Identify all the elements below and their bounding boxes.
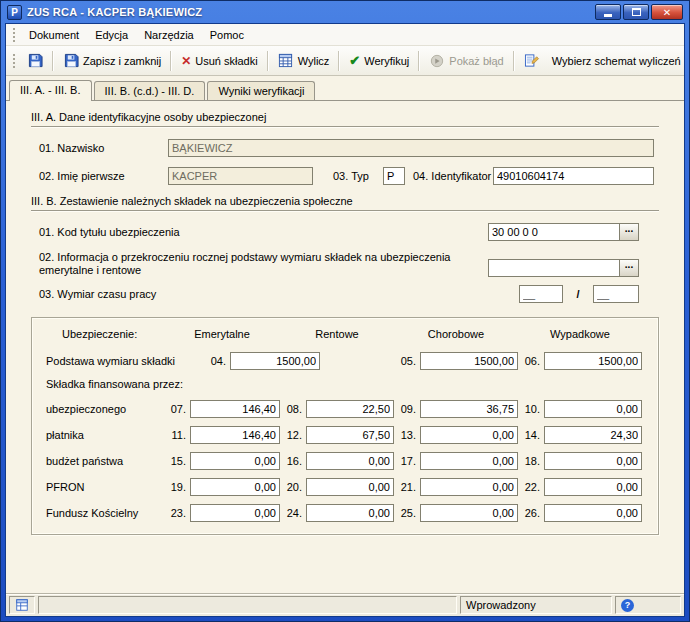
surname-field[interactable] xyxy=(168,139,654,157)
firstname-label: 02. Imię pierwsze xyxy=(31,170,168,182)
worktime-denominator-field[interactable] xyxy=(593,285,639,303)
table-row-platnika: płatnika 11. 12. 13. 14. xyxy=(46,426,644,444)
base-amount-row: Podstawa wymiaru składki 04. 05. 06. xyxy=(46,352,644,370)
tabstrip: III. A. - III. B. III. B. (c.d.) - III. … xyxy=(6,76,684,101)
minimize-icon xyxy=(604,14,612,17)
toolbar-separator xyxy=(418,51,420,71)
window-client-area: Dokument Edycja Narzędzia Pomoc Zapisz i… xyxy=(5,23,685,617)
field-number: 10. xyxy=(518,403,544,415)
menu-dokument[interactable]: Dokument xyxy=(21,26,87,44)
table-row-fundusz-koscielny: Fundusz Kościelny 23. 24. 25. 26. xyxy=(46,504,644,522)
field-08[interactable] xyxy=(306,400,394,418)
maximize-button[interactable] xyxy=(623,4,649,20)
field-04[interactable] xyxy=(230,352,320,370)
field-18[interactable] xyxy=(544,452,642,470)
window-title: ZUS RCA - KACPER BĄKIEWICZ xyxy=(27,6,202,18)
field-13[interactable] xyxy=(420,426,518,444)
worktime-numerator-field[interactable] xyxy=(519,285,563,303)
show-error-icon xyxy=(429,53,445,69)
field-number: 06. xyxy=(518,355,544,367)
identifier-label: 04. Identyfikator xyxy=(405,170,493,182)
field-number: 24. xyxy=(280,507,306,519)
toolbar-separator xyxy=(338,51,340,71)
financed-by-label: Składka finansowana przez: xyxy=(46,378,644,390)
field-19[interactable] xyxy=(190,478,280,496)
maximize-icon xyxy=(632,8,641,16)
choose-scheme-label: Wybierz schemat wyliczeń xyxy=(552,55,681,67)
limit-info-picker-button[interactable]: ... xyxy=(620,259,639,277)
field-number: 23. xyxy=(164,507,190,519)
tab-wyniki-weryfikacji[interactable]: Wyniki weryfikacji xyxy=(207,81,315,100)
menu-narzedzia[interactable]: Narzędzia xyxy=(136,26,202,44)
insurance-code-field[interactable] xyxy=(488,223,620,241)
worktime-slash: / xyxy=(563,288,593,300)
field-16[interactable] xyxy=(306,452,394,470)
field-23[interactable] xyxy=(190,504,280,522)
field-10[interactable] xyxy=(544,400,642,418)
field-number: 17. xyxy=(394,455,420,467)
calculate-button[interactable]: Wylicz xyxy=(272,49,336,73)
titlebar: P ZUS RCA - KACPER BĄKIEWICZ ✕ xyxy=(5,1,685,23)
toolbar-separator xyxy=(267,51,269,71)
scheme-icon-button[interactable] xyxy=(518,49,546,73)
field-number: 09. xyxy=(394,403,420,415)
field-22[interactable] xyxy=(544,478,642,496)
toolbar-separator xyxy=(170,51,172,71)
table-row-pfron: PFRON 19. 20. 21. 22. xyxy=(46,478,644,496)
surname-row: 01. Nazwisko xyxy=(31,139,659,157)
field-26[interactable] xyxy=(544,504,642,522)
field-number: 18. xyxy=(518,455,544,467)
field-24[interactable] xyxy=(306,504,394,522)
field-07[interactable] xyxy=(190,400,280,418)
limit-info-field[interactable] xyxy=(488,259,620,277)
field-12[interactable] xyxy=(306,426,394,444)
menu-pomoc[interactable]: Pomoc xyxy=(202,26,252,44)
field-09[interactable] xyxy=(420,400,518,418)
tab-iii-b-cd-iii-d[interactable]: III. B. (c.d.) - III. D. xyxy=(94,81,206,100)
help-icon[interactable]: ? xyxy=(621,599,634,612)
field-number: 12. xyxy=(280,429,306,441)
name-type-id-row: 02. Imię pierwsze 03. Typ 04. Identyfika… xyxy=(31,167,659,185)
verify-button[interactable]: ✔ Weryfikuj xyxy=(343,49,415,72)
table-row-budzet-panstwa: budżet państwa 15. 16. 17. 18. xyxy=(46,452,644,470)
field-number: 14. xyxy=(518,429,544,441)
limit-info-label: 02. Informacja o przekroczeniu rocznej p… xyxy=(31,251,488,277)
firstname-field[interactable] xyxy=(168,167,313,185)
insurance-code-picker-button[interactable]: ... xyxy=(620,223,639,241)
field-06[interactable] xyxy=(544,352,642,370)
field-25[interactable] xyxy=(420,504,518,522)
row-label: ubezpieczonego xyxy=(46,403,164,415)
field-11[interactable] xyxy=(190,426,280,444)
type-field[interactable] xyxy=(383,167,405,185)
choose-scheme-button[interactable]: Wybierz schemat wyliczeń xyxy=(546,51,685,71)
column-wypadkowe: Wypadkowe xyxy=(518,328,642,340)
document-status-panel: Wprowadzony xyxy=(460,596,612,614)
column-emerytalne: Emerytalne xyxy=(164,328,280,340)
worktime-row: 03. Wymiar czasu pracy / xyxy=(31,285,659,303)
minimize-button[interactable] xyxy=(595,4,621,20)
field-17[interactable] xyxy=(420,452,518,470)
type-label: 03. Typ xyxy=(325,170,383,182)
calculation-scheme-icon xyxy=(524,53,540,69)
save-and-close-button[interactable]: Zapisz i zamknij xyxy=(57,49,167,73)
field-20[interactable] xyxy=(306,478,394,496)
menu-edycja[interactable]: Edycja xyxy=(87,26,136,44)
field-14[interactable] xyxy=(544,426,642,444)
field-number: 04. xyxy=(204,355,230,367)
identifier-field[interactable] xyxy=(493,167,654,185)
save-button[interactable] xyxy=(21,49,49,73)
field-21[interactable] xyxy=(420,478,518,496)
platnik-app-icon: P xyxy=(7,5,22,20)
field-05[interactable] xyxy=(420,352,518,370)
close-button[interactable]: ✕ xyxy=(651,4,683,20)
tab-iii-a-iii-b[interactable]: III. A. - III. B. xyxy=(9,80,92,101)
field-number: 11. xyxy=(164,429,190,441)
toolbar: Zapisz i zamknij ✕ Usuń składki Wylicz ✔… xyxy=(6,46,684,76)
limit-info-row: 02. Informacja o przekroczeniu rocznej p… xyxy=(31,251,659,277)
field-15[interactable] xyxy=(190,452,280,470)
field-number: 08. xyxy=(280,403,306,415)
field-number: 22. xyxy=(518,481,544,493)
floppy-disk-icon xyxy=(63,53,79,69)
insurance-header-label: Ubezpieczenie: xyxy=(46,328,164,340)
delete-contributions-button[interactable]: ✕ Usuń składki xyxy=(175,50,263,72)
